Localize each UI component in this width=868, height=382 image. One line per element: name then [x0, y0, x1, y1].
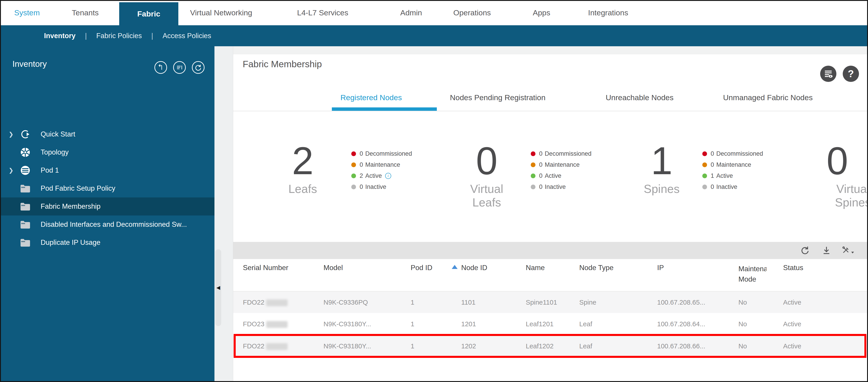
info-icon[interactable]: i	[385, 173, 391, 179]
maintenance-dot	[531, 162, 535, 167]
col-ip[interactable]: IP	[657, 263, 664, 272]
table-row[interactable]: FDO23 N9K-C93180Y... 1 1201 Leaf1201 Lea…	[233, 313, 867, 335]
label-line: Virtual	[448, 182, 525, 196]
inactive-dot	[702, 185, 707, 189]
legend-label: Active	[716, 172, 733, 180]
refresh-icon[interactable]	[799, 244, 811, 257]
audit-log-icon[interactable]	[820, 66, 836, 82]
decommissioned-dot	[531, 151, 535, 156]
virtual-leafs-label: Virtual Leafs	[448, 182, 525, 209]
cell-maintenance-mode: No	[738, 320, 747, 328]
top-navigation-bar: System Tenants Fabric Virtual Networking…	[0, 0, 868, 25]
download-icon[interactable]	[820, 244, 833, 257]
col-node-id[interactable]: Node ID	[461, 263, 487, 272]
sidebar-item-topology[interactable]: Topology	[0, 143, 214, 161]
sidebar-item-pod-fabric-setup-policy[interactable]: Pod Fabric Setup Policy	[0, 180, 214, 197]
chevron-right-icon[interactable]: ❯	[8, 167, 13, 174]
sidebar-collapse-handle[interactable]: ◀	[215, 249, 221, 326]
legend-value: 0	[711, 161, 714, 168]
inactive-dot	[531, 185, 535, 189]
nav-item-fabric-active[interactable]: Fabric	[119, 2, 178, 25]
inactive-dot	[351, 185, 356, 189]
topology-icon	[20, 147, 31, 158]
cell-maintenance-mode: No	[738, 298, 747, 306]
sidebar-item-label: Topology	[41, 148, 69, 156]
legend-label: Active	[365, 172, 382, 180]
fabric-membership-panel: Fabric Membership ? Registered Nodes Nod…	[233, 46, 867, 382]
sidebar-item-label: Disabled Interfaces and Decommissioned S…	[41, 220, 187, 229]
legend-label: Maintenance	[545, 161, 580, 168]
cell-serial: FDO22	[243, 298, 288, 306]
cell-model: N9K-C9336PQ	[323, 298, 368, 306]
cell-node-type: Spine	[579, 298, 596, 306]
sidebar-item-pod-1[interactable]: ❯ Pod 1	[0, 161, 214, 180]
col-model[interactable]: Model	[323, 263, 343, 272]
decommissioned-dot	[702, 151, 707, 156]
table-header: Serial Number Model Pod ID Node ID Name …	[233, 259, 867, 291]
col-status[interactable]: Status	[783, 263, 803, 272]
maintenance-dot	[702, 162, 707, 167]
pod-icon	[20, 165, 31, 176]
legend-value: 0	[360, 184, 363, 190]
tools-menu-icon[interactable]	[842, 244, 854, 257]
leafs-legend: 0Decommissioned 0Maintenance 2Activei 0I…	[351, 148, 412, 192]
tab-registered-nodes[interactable]: Registered Nodes	[340, 93, 402, 104]
serial-text: FDO23	[243, 320, 265, 328]
content-top-strip	[233, 46, 867, 54]
cell-ip: 100.67.208.64...	[657, 320, 705, 328]
col-pod-id[interactable]: Pod ID	[411, 263, 432, 272]
table-row[interactable]: FDO22 N9K-C9336PQ 1 1101 Spine1101 Spine…	[233, 291, 867, 313]
chevron-right-icon[interactable]: ❯	[8, 131, 13, 138]
label-line: Spines	[814, 196, 867, 209]
help-icon[interactable]: ?	[843, 66, 859, 82]
nav-item-l4-l7-services[interactable]: L4-L7 Services	[297, 0, 348, 25]
active-dot	[531, 173, 535, 178]
virtual-leafs-count: 0	[453, 141, 521, 181]
active-tab-underline	[332, 107, 437, 111]
tab-unreachable-nodes[interactable]: Unreachable Nodes	[606, 93, 674, 104]
leafs-count: 2	[269, 141, 337, 181]
sidebar-item-duplicate-ip-usage[interactable]: Duplicate IP Usage	[0, 233, 214, 252]
cell-name: Leaf1201	[526, 320, 554, 328]
collapse-all-icon[interactable]	[154, 61, 167, 74]
tab-divider	[233, 111, 867, 111]
tab-unmanaged-fabric-nodes[interactable]: Unmanaged Fabric Nodes	[723, 93, 813, 104]
legend-value: 0	[539, 150, 542, 157]
subnav-item-inventory[interactable]: Inventory	[44, 32, 75, 40]
nav-item-tenants[interactable]: Tenants	[72, 0, 99, 25]
legend-value: 0	[360, 150, 363, 157]
cell-node-id: 1101	[461, 298, 475, 306]
filter-icon[interactable]	[173, 61, 186, 74]
nav-item-virtual-networking[interactable]: Virtual Networking	[190, 0, 252, 25]
nav-item-admin[interactable]: Admin	[400, 0, 422, 25]
subnav-item-access-policies[interactable]: Access Policies	[162, 32, 211, 40]
col-name[interactable]: Name	[526, 263, 545, 272]
sidebar-item-fabric-membership[interactable]: Fabric Membership	[0, 197, 214, 216]
legend-label: Inactive	[716, 184, 737, 190]
cell-status: Active	[783, 320, 801, 328]
col-maintenance-mode[interactable]: Maintenance Mode	[738, 263, 767, 285]
nav-item-apps[interactable]: Apps	[533, 0, 550, 25]
panel-gutter: ◀	[214, 46, 233, 382]
decommissioned-dot	[351, 151, 356, 156]
col-serial-number[interactable]: Serial Number	[243, 263, 288, 272]
cell-node-id: 1201	[461, 320, 476, 328]
refresh-icon[interactable]	[192, 61, 205, 74]
cell-ip: 100.67.208.65...	[657, 298, 705, 306]
label-line: Leafs	[448, 196, 525, 209]
legend-label: Inactive	[545, 184, 566, 190]
nav-item-integrations[interactable]: Integrations	[588, 0, 628, 25]
legend-label: Maintenance	[716, 161, 751, 168]
page-title: Fabric Membership	[243, 59, 322, 69]
nav-item-system[interactable]: System	[14, 0, 40, 25]
cell-model: N9K-C93180Y...	[323, 320, 371, 328]
sidebar-item-quick-start[interactable]: ❯ Quick Start	[0, 125, 214, 143]
col-node-type[interactable]: Node Type	[579, 263, 614, 272]
tab-nodes-pending-registration[interactable]: Nodes Pending Registration	[450, 93, 546, 104]
folder-icon	[20, 183, 31, 194]
redacted-serial-blur	[266, 321, 288, 328]
subnav-item-fabric-policies[interactable]: Fabric Policies	[96, 32, 142, 40]
sidebar-item-disabled-interfaces[interactable]: Disabled Interfaces and Decommissioned S…	[0, 216, 214, 233]
nav-item-operations[interactable]: Operations	[453, 0, 491, 25]
legend-label: Decommissioned	[545, 150, 591, 157]
